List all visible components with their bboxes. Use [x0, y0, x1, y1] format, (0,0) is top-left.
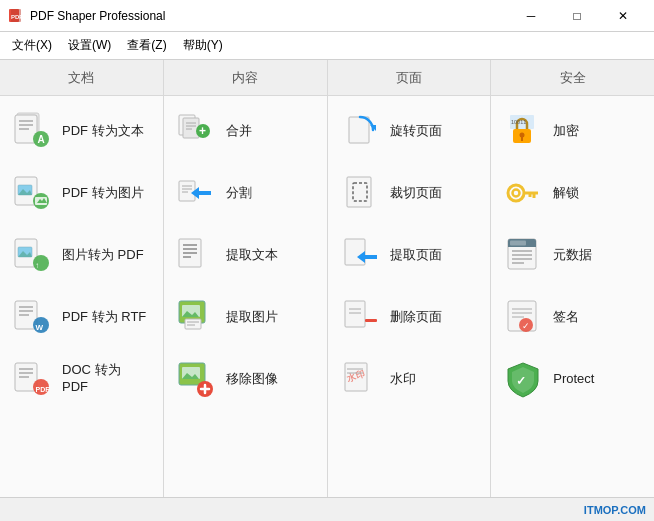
pdf-to-text-label: PDF 转为文本 [62, 123, 144, 140]
doc-to-pdf-label: DOC 转为 PDF [62, 362, 121, 396]
app-icon: PDF [8, 8, 24, 24]
svg-rect-62 [349, 117, 369, 143]
svg-text:PDF: PDF [11, 14, 23, 20]
item-sign[interactable]: ✓ 签名 [491, 286, 654, 348]
svg-text:✓: ✓ [516, 374, 526, 388]
item-delete-page[interactable]: 删除页面 [328, 286, 491, 348]
menu-help[interactable]: 帮助(Y) [175, 32, 231, 60]
watermark-label: 水印 [390, 371, 416, 388]
crop-icon [340, 173, 380, 213]
split-label: 分割 [226, 185, 252, 202]
content-items: + 合并 分割 [164, 96, 327, 414]
item-extract-image[interactable]: 提取图片 [164, 286, 327, 348]
metadata-icon [503, 235, 543, 275]
image-to-pdf-icon: ↑ [12, 235, 52, 275]
extract-page-icon [340, 235, 380, 275]
item-extract-page[interactable]: 提取页面 [328, 224, 491, 286]
documents-items: A PDF 转为文本 PDF 转为图片 [0, 96, 163, 414]
svg-rect-92 [510, 241, 526, 246]
column-header-documents: 文档 [0, 60, 163, 96]
svg-point-77 [520, 133, 525, 138]
pdf-to-image-label: PDF 转为图片 [62, 185, 144, 202]
decrypt-label: 解锁 [553, 185, 579, 202]
maximize-button[interactable]: □ [554, 0, 600, 32]
title-bar: PDF PDF Shaper Professional ─ □ ✕ [0, 0, 654, 32]
menu-bar: 文件(X) 设置(W) 查看(Z) 帮助(Y) [0, 32, 654, 60]
item-pdf-to-image[interactable]: PDF 转为图片 [0, 162, 163, 224]
column-pages: 页面 旋转页面 裁切页 [328, 60, 492, 497]
item-crop[interactable]: 裁切页面 [328, 162, 491, 224]
watermark-icon: 水印 [340, 359, 380, 399]
window-controls: ─ □ ✕ [508, 0, 646, 32]
security-items: 10011 加密 解锁 [491, 96, 654, 414]
menu-view[interactable]: 查看(Z) [119, 32, 174, 60]
pdf-to-rtf-label: PDF 转为 RTF [62, 309, 146, 326]
item-rotate[interactable]: 旋转页面 [328, 100, 491, 162]
encrypt-icon: 10011 [503, 111, 543, 151]
item-watermark[interactable]: 水印 水印 [328, 348, 491, 410]
item-decrypt[interactable]: 解锁 [491, 162, 654, 224]
pdf-to-text-icon: A [12, 111, 52, 151]
svg-rect-66 [345, 239, 365, 265]
metadata-label: 元数据 [553, 247, 592, 264]
pdf-to-rtf-icon: W [12, 297, 52, 337]
extract-text-icon [176, 235, 216, 275]
svg-text:✓: ✓ [522, 321, 530, 331]
protect-label: Protect [553, 371, 594, 388]
svg-rect-71 [365, 319, 377, 322]
pdf-to-image-icon [12, 173, 52, 213]
minimize-button[interactable]: ─ [508, 0, 554, 32]
item-metadata[interactable]: 元数据 [491, 224, 654, 286]
item-extract-text[interactable]: 提取文本 [164, 224, 327, 286]
delete-page-label: 删除页面 [390, 309, 442, 326]
rotate-icon [340, 111, 380, 151]
column-header-security: 安全 [491, 60, 654, 96]
decrypt-icon [503, 173, 543, 213]
item-pdf-to-text[interactable]: A PDF 转为文本 [0, 100, 163, 162]
sign-icon: ✓ [503, 297, 543, 337]
svg-text:+: + [199, 124, 206, 138]
item-remove-image[interactable]: 移除图像 [164, 348, 327, 410]
app-title: PDF Shaper Professional [30, 9, 508, 23]
column-header-content: 内容 [164, 60, 327, 96]
item-pdf-to-rtf[interactable]: W PDF 转为 RTF [0, 286, 163, 348]
item-merge[interactable]: + 合并 [164, 100, 327, 162]
column-content: 内容 + 合并 [164, 60, 328, 497]
svg-rect-40 [179, 181, 195, 201]
item-doc-to-pdf[interactable]: PDF DOC 转为 PDF [0, 348, 163, 410]
sign-label: 签名 [553, 309, 579, 326]
svg-point-81 [508, 185, 524, 201]
close-button[interactable]: ✕ [600, 0, 646, 32]
image-to-pdf-label: 图片转为 PDF [62, 247, 144, 264]
svg-text:↑: ↑ [35, 261, 39, 270]
item-image-to-pdf[interactable]: ↑ 图片转为 PDF [0, 224, 163, 286]
item-split[interactable]: 分割 [164, 162, 327, 224]
remove-image-icon [176, 359, 216, 399]
svg-text:W: W [36, 323, 44, 332]
svg-text:A: A [38, 134, 45, 145]
crop-label: 裁切页面 [390, 185, 442, 202]
rotate-label: 旋转页面 [390, 123, 442, 140]
split-icon [176, 173, 216, 213]
watermark-text: ITMOP.COM [584, 504, 646, 516]
extract-page-label: 提取页面 [390, 247, 442, 264]
svg-rect-68 [345, 301, 365, 327]
item-encrypt[interactable]: 10011 加密 [491, 100, 654, 162]
column-header-pages: 页面 [328, 60, 491, 96]
main-content: 文档 A PDF 转为文本 [0, 60, 654, 497]
remove-image-label: 移除图像 [226, 371, 278, 388]
column-documents: 文档 A PDF 转为文本 [0, 60, 164, 497]
extract-image-icon [176, 297, 216, 337]
svg-rect-53 [185, 319, 201, 329]
pages-items: 旋转页面 裁切页面 提取页面 [328, 96, 491, 414]
menu-file[interactable]: 文件(X) [4, 32, 60, 60]
extract-text-label: 提取文本 [226, 247, 278, 264]
menu-settings[interactable]: 设置(W) [60, 32, 119, 60]
svg-text:10011: 10011 [511, 119, 526, 125]
svg-text:PDF: PDF [36, 386, 51, 393]
item-protect[interactable]: ✓ Protect [491, 348, 654, 410]
extract-image-label: 提取图片 [226, 309, 278, 326]
protect-icon: ✓ [503, 359, 543, 399]
merge-icon: + [176, 111, 216, 151]
encrypt-label: 加密 [553, 123, 579, 140]
